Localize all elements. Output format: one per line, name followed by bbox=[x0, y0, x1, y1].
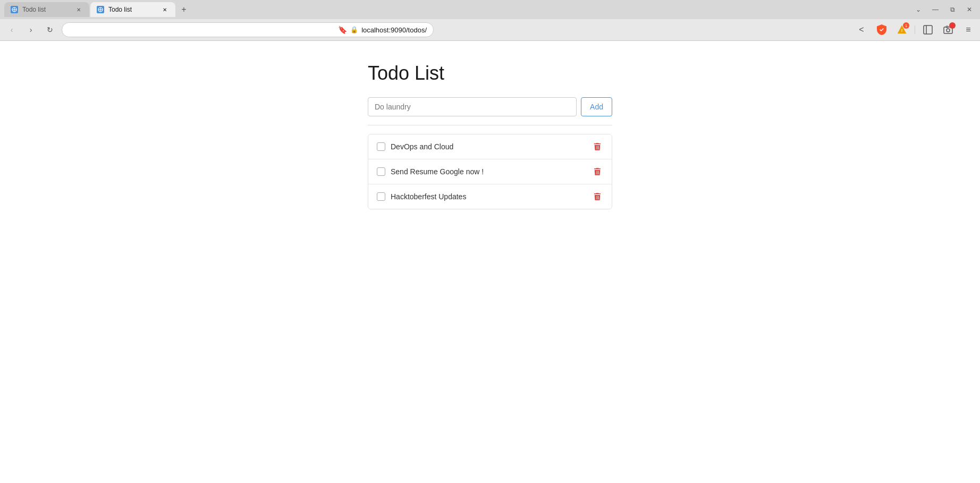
toolbar-right: < ! 1 bbox=[854, 22, 976, 37]
todo-item-3: Hacktoberfest Updates bbox=[368, 184, 612, 209]
address-bar-row: ‹ › ↻ 🔖 🔒 localhost:9090/todos/ < ! 1 bbox=[0, 19, 980, 40]
todo-checkbox-1[interactable] bbox=[377, 142, 385, 151]
todo-text-1: DevOps and Cloud bbox=[391, 142, 586, 151]
forward-button[interactable]: › bbox=[23, 22, 38, 37]
todo-text-2: Send Resume Google now ! bbox=[391, 167, 586, 176]
todo-text-3: Hacktoberfest Updates bbox=[391, 192, 586, 201]
trash-icon-1 bbox=[593, 142, 602, 151]
page-content: Todo List Add DevOps and Cloud Send Resu… bbox=[0, 41, 980, 483]
todo-input[interactable] bbox=[368, 97, 577, 116]
notification-count: 1 bbox=[903, 22, 909, 29]
share-icon[interactable]: < bbox=[854, 22, 869, 37]
delete-button-1[interactable] bbox=[592, 141, 603, 152]
tab-2-close[interactable]: ✕ bbox=[160, 5, 169, 14]
browser-chrome: Todo list ✕ Todo list ✕ + ⌄ — ⧉ ✕ ‹ › ↻ … bbox=[0, 0, 980, 41]
delete-button-3[interactable] bbox=[592, 191, 603, 202]
minimize-btn[interactable]: — bbox=[929, 3, 942, 16]
tab-2-favicon bbox=[97, 6, 104, 13]
delete-button-2[interactable] bbox=[592, 166, 603, 177]
address-bar[interactable]: 🔖 🔒 localhost:9090/todos/ bbox=[62, 22, 434, 37]
tab-bar-right-controls: ⌄ — ⧉ ✕ bbox=[912, 3, 976, 16]
new-tab-button[interactable]: + bbox=[176, 2, 191, 17]
sidebar-toggle[interactable] bbox=[920, 22, 935, 37]
divider bbox=[368, 125, 612, 125]
tab-2-label: Todo list bbox=[108, 6, 156, 13]
brave-shields-icon[interactable] bbox=[874, 22, 889, 37]
screenshot-badge bbox=[949, 22, 956, 29]
url-text: localhost:9090/todos/ bbox=[361, 26, 427, 34]
back-button[interactable]: ‹ bbox=[4, 22, 19, 37]
alert-icon[interactable]: ! 1 bbox=[894, 22, 909, 37]
todo-checkbox-3[interactable] bbox=[377, 192, 385, 201]
bookmark-icon[interactable]: 🔖 bbox=[338, 26, 347, 34]
todo-container: Todo List Add DevOps and Cloud Send Resu… bbox=[368, 62, 612, 209]
tab-1-close[interactable]: ✕ bbox=[74, 5, 83, 14]
tab-1[interactable]: Todo list ✕ bbox=[4, 2, 89, 17]
svg-text:!: ! bbox=[901, 28, 903, 33]
tab-list-btn[interactable]: ⌄ bbox=[912, 3, 925, 16]
svg-point-10 bbox=[947, 29, 950, 32]
tab-bar: Todo list ✕ Todo list ✕ + ⌄ — ⧉ ✕ bbox=[0, 0, 980, 19]
screenshot-icon[interactable] bbox=[941, 22, 956, 37]
reload-button[interactable]: ↻ bbox=[43, 22, 57, 37]
svg-rect-7 bbox=[924, 26, 932, 34]
page-title: Todo List bbox=[368, 62, 612, 84]
todo-list: DevOps and Cloud Send Resume Google now … bbox=[368, 134, 612, 209]
tab-1-favicon bbox=[11, 6, 18, 13]
tab-1-label: Todo list bbox=[22, 6, 70, 13]
add-button[interactable]: Add bbox=[581, 97, 612, 116]
close-window-btn[interactable]: ✕ bbox=[963, 3, 976, 16]
trash-icon-2 bbox=[593, 167, 602, 176]
tab-2[interactable]: Todo list ✕ bbox=[90, 2, 175, 17]
menu-icon[interactable]: ≡ bbox=[961, 22, 976, 37]
restore-btn[interactable]: ⧉ bbox=[946, 3, 959, 16]
todo-item-1: DevOps and Cloud bbox=[368, 134, 612, 159]
trash-icon-3 bbox=[593, 192, 602, 201]
todo-checkbox-2[interactable] bbox=[377, 167, 385, 176]
toolbar-separator bbox=[915, 26, 915, 34]
todo-item-2: Send Resume Google now ! bbox=[368, 159, 612, 184]
security-icon: 🔒 bbox=[350, 26, 358, 33]
add-todo-form: Add bbox=[368, 97, 612, 116]
